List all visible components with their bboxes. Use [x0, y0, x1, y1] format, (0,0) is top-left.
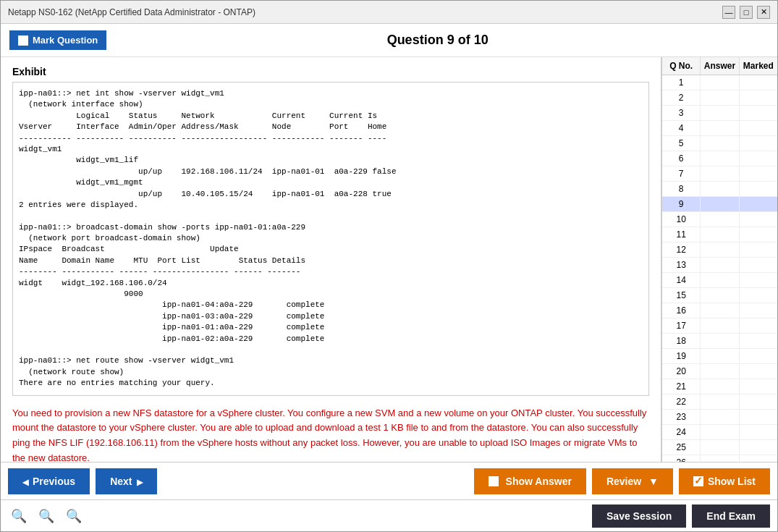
sidebar-cell-marked [740, 242, 777, 257]
sidebar-cell-answer [701, 197, 739, 211]
sidebar-row[interactable]: 8 [662, 182, 777, 197]
close-button[interactable]: ✕ [757, 6, 770, 19]
sidebar-row[interactable]: 16 [662, 303, 777, 318]
sidebar-cell-marked [740, 364, 777, 379]
sidebar-cell-marked [740, 303, 777, 318]
sidebar-cell-answer [701, 242, 739, 257]
show-list-button[interactable]: ✓ Show List [679, 468, 770, 494]
sidebar-row[interactable]: 9 [662, 197, 777, 212]
sidebar-row[interactable]: 1 [662, 75, 777, 90]
end-exam-button[interactable]: End Exam [692, 504, 770, 528]
title-bar: Netapp NS0-162 (NetApp Certified Data Ad… [1, 1, 777, 24]
sidebar-cell-answer [701, 410, 739, 424]
sidebar-cell-qno: 8 [662, 182, 701, 196]
sidebar-row[interactable]: 19 [662, 349, 777, 364]
sidebar-cell-answer [701, 182, 739, 196]
sidebar-cell-answer [701, 455, 739, 462]
sidebar-cell-marked [740, 75, 777, 90]
sidebar-cell-answer [701, 349, 739, 363]
sidebar-cell-answer [701, 379, 739, 394]
sidebar-cell-qno: 14 [662, 273, 701, 287]
sidebar-row[interactable]: 18 [662, 334, 777, 349]
sidebar-cell-marked [740, 410, 777, 424]
sidebar-row[interactable]: 6 [662, 151, 777, 166]
next-label: Next [110, 476, 132, 487]
sidebar-row[interactable]: 7 [662, 166, 777, 182]
bottom-navigation: Previous Next Show Answer Review ▼ ✓ Sho… [1, 462, 777, 499]
restore-button[interactable]: □ [740, 6, 753, 19]
sidebar-row[interactable]: 23 [662, 410, 777, 425]
sidebar-row[interactable]: 24 [662, 425, 777, 440]
save-session-label: Save Session [606, 510, 672, 522]
sidebar-row[interactable]: 26 [662, 455, 777, 462]
sidebar-cell-answer [701, 227, 739, 242]
sidebar-cell-marked [740, 455, 777, 462]
save-session-button[interactable]: Save Session [592, 504, 686, 528]
sidebar-cell-marked [740, 166, 777, 181]
sidebar-row[interactable]: 4 [662, 121, 777, 136]
sidebar-cell-answer [701, 90, 739, 105]
sidebar-cell-answer [701, 288, 739, 303]
sidebar-cell-qno: 13 [662, 258, 701, 272]
zoom-out-button[interactable]: 🔍 [8, 507, 30, 525]
main-window: Netapp NS0-162 (NetApp Certified Data Ad… [0, 0, 778, 532]
sidebar-cell-qno: 4 [662, 121, 701, 135]
sidebar-row[interactable]: 20 [662, 364, 777, 379]
sidebar-cell-qno: 22 [662, 394, 701, 409]
zoom-in-button[interactable]: 🔍 [63, 507, 85, 525]
sidebar-cell-marked [740, 334, 777, 348]
sidebar-cell-qno: 15 [662, 288, 701, 303]
sidebar-cell-qno: 6 [662, 151, 701, 166]
sidebar-row[interactable]: 21 [662, 379, 777, 394]
sidebar-row[interactable]: 11 [662, 227, 777, 242]
sidebar-cell-qno: 20 [662, 364, 701, 379]
sidebar-cell-qno: 24 [662, 425, 701, 439]
mark-question-button[interactable]: Mark Question [9, 30, 106, 50]
sidebar-cell-marked [740, 258, 777, 272]
sidebar-row[interactable]: 22 [662, 394, 777, 410]
sidebar-cell-marked [740, 197, 777, 211]
show-answer-icon [489, 476, 499, 486]
sidebar-cell-answer [701, 75, 739, 90]
sidebar-cell-marked [740, 349, 777, 363]
toolbar: Mark Question Question 9 of 10 [1, 24, 777, 57]
sidebar-rows: 1 2 3 4 5 6 7 8 [662, 75, 777, 462]
sidebar-header-qno: Q No. [662, 57, 701, 75]
question-list-sidebar: Q No. Answer Marked 1 2 3 4 5 6 [661, 57, 777, 462]
previous-button[interactable]: Previous [8, 468, 90, 494]
sidebar-row[interactable]: 15 [662, 288, 777, 303]
sidebar-row[interactable]: 2 [662, 90, 777, 106]
prev-arrow-icon [22, 476, 28, 487]
sidebar-cell-qno: 26 [662, 455, 701, 462]
show-answer-button[interactable]: Show Answer [474, 468, 586, 494]
show-list-checkbox-icon: ✓ [693, 476, 703, 486]
zoom-reset-button[interactable]: 🔍 [35, 507, 57, 525]
sidebar-cell-marked [740, 425, 777, 439]
sidebar-row[interactable]: 12 [662, 242, 777, 258]
sidebar-row[interactable]: 17 [662, 318, 777, 334]
main-content: Exhibit ipp-na01::> net int show -vserve… [1, 57, 777, 462]
sidebar-cell-qno: 25 [662, 440, 701, 455]
minimize-button[interactable]: — [722, 6, 735, 19]
sidebar-cell-answer [701, 364, 739, 379]
sidebar-cell-qno: 2 [662, 90, 701, 105]
sidebar-cell-qno: 21 [662, 379, 701, 394]
sidebar-row[interactable]: 10 [662, 212, 777, 227]
sidebar-cell-marked [740, 182, 777, 196]
next-button[interactable]: Next [96, 468, 156, 494]
sidebar-header: Q No. Answer Marked [662, 57, 777, 75]
sidebar-row[interactable]: 3 [662, 106, 777, 121]
sidebar-cell-qno: 9 [662, 197, 701, 211]
sidebar-row[interactable]: 13 [662, 258, 777, 273]
sidebar-row[interactable]: 14 [662, 273, 777, 288]
sidebar-cell-marked [740, 90, 777, 105]
sidebar-cell-marked [740, 379, 777, 394]
sidebar-row[interactable]: 5 [662, 136, 777, 151]
review-button[interactable]: Review ▼ [592, 468, 673, 494]
show-list-label: Show List [708, 476, 756, 487]
sidebar-cell-qno: 11 [662, 227, 701, 242]
sidebar-cell-marked [740, 394, 777, 409]
sidebar-cell-answer [701, 273, 739, 287]
sidebar-cell-marked [740, 318, 777, 333]
sidebar-row[interactable]: 25 [662, 440, 777, 455]
